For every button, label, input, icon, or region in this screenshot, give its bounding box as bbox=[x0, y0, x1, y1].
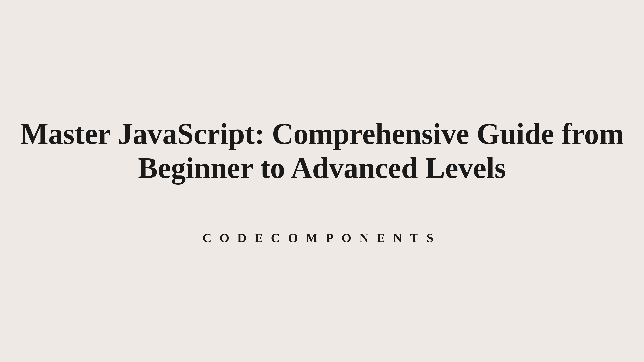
page-title: Master JavaScript: Comprehensive Guide f… bbox=[20, 117, 624, 185]
page-subtitle: CODECOMPONENTS bbox=[203, 231, 442, 245]
